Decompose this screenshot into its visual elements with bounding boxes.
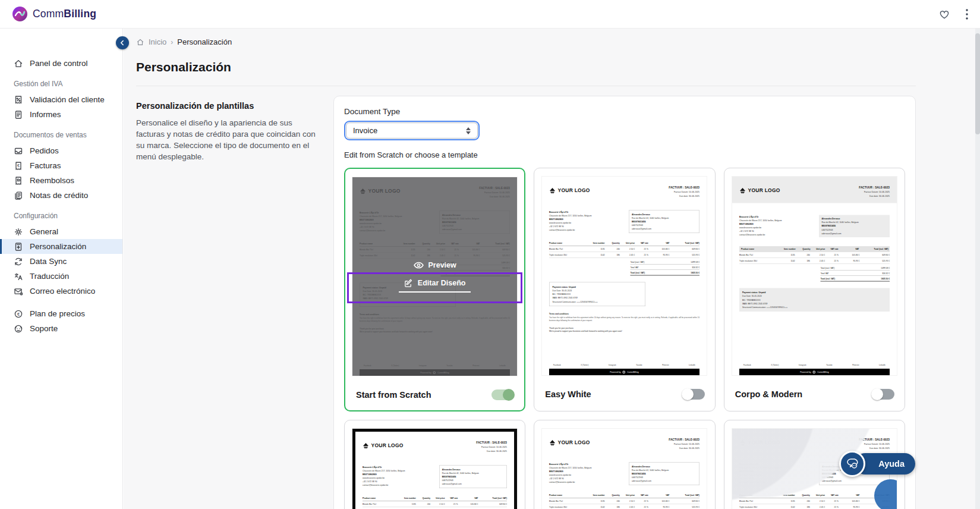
invoice-logo: YOUR LOGO — [549, 439, 590, 446]
invoice-seller-block: Brasserie L'Épi d'Or Chaussée de Wavre 2… — [363, 466, 430, 489]
sidebar-section-label: Gestión del IVA — [14, 80, 122, 88]
sidebar-item-pedidos[interactable]: Pedidos — [0, 143, 122, 158]
template-card-corpo-modern[interactable]: YOUR LOGO FACTUUR : SALE-0023 Factuur Da… — [724, 168, 905, 411]
sidebar-item-informes[interactable]: Informes — [0, 107, 122, 122]
favorites-heart-button[interactable] — [938, 8, 950, 20]
powered-by-bar: Powered by CommBilling — [739, 369, 890, 375]
invoice-parties: Brasserie L'Épi d'Or Chaussée de Wavre 2… — [739, 215, 890, 238]
sidebar-item-reembolsos[interactable]: Reembolsos — [0, 173, 122, 188]
sidebar-item-soporte[interactable]: Soporte — [0, 321, 122, 336]
invoice-date: Factuur Datum: 10-06-2025 — [859, 442, 890, 447]
sidebar-item-label: Data Sync — [30, 257, 67, 266]
template-preview[interactable]: YOUR LOGO FACTUUR : SALE-0023 Factuur Da… — [352, 177, 517, 376]
invoice-preview: YOUR LOGO FACTUUR : SALE-0023 Factuur Da… — [352, 429, 517, 509]
template-toggle[interactable] — [491, 389, 514, 400]
template-card-row2-1[interactable]: YOUR LOGO FACTUUR : SALE-0023 Factuur Da… — [344, 420, 525, 509]
triangle-logo-icon — [739, 187, 746, 194]
invoice-header: YOUR LOGO FACTUUR : SALE-0023 Factuur Da… — [549, 184, 699, 199]
scrollbar-thumb[interactable] — [975, 33, 980, 134]
app-window: CommBilling Panel de controlGestión del … — [0, 0, 980, 509]
template-toggle[interactable] — [872, 389, 894, 400]
receipt-percent-icon — [14, 95, 23, 105]
mail-gear-icon — [14, 287, 23, 296]
invoice-totals: Total (excl. VAT)1499.58 € Total VAT324.… — [631, 259, 699, 276]
kebab-menu-icon — [966, 9, 968, 20]
buyer-email: adervaux@gmail.com — [442, 482, 504, 486]
invoice-number: FACTUUR : SALE-0023 — [669, 184, 700, 190]
templates-grid: YOUR LOGO FACTUUR : SALE-0023 Factuur Da… — [344, 168, 905, 509]
invoice-due-date: Due date: 30-06-2025 — [859, 447, 890, 451]
invoice-header: YOUR LOGO FACTUUR : SALE-0023 Factuur Da… — [549, 436, 699, 451]
template-toggle[interactable] — [682, 389, 705, 400]
sidebar-item-validacion-del-cliente[interactable]: Validación del cliente — [0, 92, 122, 107]
document-icon — [14, 110, 23, 120]
sidebar-item-traduccion[interactable]: Traducción — [0, 269, 122, 284]
invoice-table-row: Blonde Bio 75cl 1135 240 2.10 € 21 % 105… — [739, 498, 890, 504]
sidebar-item-panel-de-control[interactable]: Panel de control — [0, 56, 122, 71]
help-chat-badge[interactable] — [839, 451, 865, 477]
template-card-easy-white[interactable]: YOUR LOGO FACTUUR : SALE-0023 Factuur Da… — [534, 168, 715, 411]
sidebar-item-label: Reembolsos — [30, 176, 74, 185]
template-card-start-from-scratch[interactable]: YOUR LOGO FACTUUR : SALE-0023 Factuur Da… — [344, 168, 525, 411]
sidebar-item-general[interactable]: General — [0, 224, 122, 239]
template-card-row2-2[interactable]: YOUR LOGO FACTUUR : SALE-0023 Factuur Da… — [534, 420, 715, 509]
invoice-date: Factuur Datum: 10-06-2025 — [669, 442, 700, 447]
invoice-due-date: Due date: 30-06-2025 — [669, 194, 700, 199]
template-preview[interactable]: YOUR LOGO FACTUUR : SALE-0023 Factuur Da… — [542, 177, 707, 375]
breadcrumb: Inicio › Personalización — [136, 37, 980, 46]
breadcrumb-home-link[interactable]: Inicio — [149, 37, 166, 46]
invoice-parties: Brasserie L'Épi d'Or Chaussée de Wavre 2… — [363, 466, 507, 489]
template-preview[interactable]: YOUR LOGO FACTUUR : SALE-0023 Factuur Da… — [732, 177, 897, 375]
template-preview[interactable]: YOUR LOGO FACTUUR : SALE-0023 Factuur Da… — [542, 429, 707, 509]
sidebar-item-correo-electronico[interactable]: Correo electrónico — [0, 284, 122, 299]
home-icon — [136, 38, 144, 46]
brand-name: CommBilling — [33, 8, 96, 20]
sidebar-item-facturas[interactable]: €Facturas — [0, 158, 122, 173]
invoice-footer: Facebook X (Twitter) Instagram Youtube P… — [739, 364, 890, 375]
sidebar-item-notas-de-credito[interactable]: Notas de crédito — [0, 188, 122, 203]
svg-text:€: € — [17, 163, 20, 167]
document-type-value: Invoice — [353, 126, 377, 135]
chat-bubbles-icon — [846, 458, 859, 470]
more-options-button[interactable] — [966, 9, 968, 20]
invoice-meta: FACTUUR : SALE-0023 Factuur Datum: 10-06… — [476, 439, 507, 454]
invoice-meta: FACTUUR : SALE-0023 Factuur Datum: 10-06… — [669, 184, 700, 199]
triangle-logo-icon — [549, 439, 556, 446]
invoice-table-row: Blonde Bio 75cl 1135 240 2.10 € 21 % 105… — [549, 498, 699, 504]
gear-icon — [14, 227, 23, 237]
invoice-buyer-block: Alexandra Dervaux Rue du Marché 42, 1040… — [629, 210, 700, 234]
preview-button[interactable]: Preview — [414, 261, 456, 269]
scrollbar-track[interactable] — [975, 29, 980, 509]
invoice-table-row: Blonde Bio 75cl 1135 240 2.10 € 21 % 105… — [549, 246, 699, 252]
invoice-logo-text: YOUR LOGO — [371, 443, 404, 449]
breadcrumb-current: Personalización — [177, 37, 232, 46]
sidebar-collapse-button[interactable] — [116, 36, 129, 49]
invoice-seller-block: Brasserie L'Épi d'Or Chaussée de Wavre 2… — [739, 463, 810, 486]
invoice-due-date: Due date: 30-06-2025 — [669, 447, 700, 451]
chevron-left-icon — [119, 39, 126, 46]
invoice-number: FACTUUR : SALE-0023 — [476, 439, 507, 445]
document-type-select[interactable]: Invoice — [344, 121, 480, 140]
invoice-table: Product name Item number Quantity Unit p… — [363, 497, 507, 509]
invoice-meta: FACTUUR : SALE-0023 Factuur Datum: 10-06… — [669, 436, 700, 451]
invoice-meta: FACTUUR : SALE-0023 Factuur Datum: 10-06… — [859, 436, 890, 451]
edit-pencil-icon — [404, 279, 413, 288]
invoice-logo-text: YOUR LOGO — [558, 188, 590, 194]
sidebar-item-label: Notas de crédito — [30, 191, 88, 200]
invoice-logo: YOUR LOGO — [363, 442, 404, 449]
support-icon — [14, 324, 23, 334]
templates-intro: Personalización de plantillas Personalic… — [136, 96, 322, 163]
template-preview[interactable]: YOUR LOGO FACTUUR : SALE-0023 Factuur Da… — [352, 429, 517, 509]
invoice-logo-text: YOUR LOGO — [748, 440, 780, 446]
invoice-meta: FACTUUR : SALE-0023 Factuur Datum: 10-06… — [859, 184, 890, 199]
sidebar-item-personalizacion[interactable]: Personalización — [0, 239, 122, 254]
breadcrumb-separator: › — [171, 38, 173, 46]
template-title: Start from Scratch — [356, 390, 431, 400]
sidebar-item-plan-de-precios[interactable]: €Plan de precios — [0, 306, 122, 321]
invoice-table-row: Triple insulation 33cl 1142 186 2.45 € 2… — [739, 258, 890, 264]
sidebar-item-label: Personalización — [30, 242, 86, 251]
invoice-logo: YOUR LOGO — [739, 439, 780, 446]
edit-design-button[interactable]: Editar Diseño — [399, 279, 471, 293]
sidebar-item-data-sync[interactable]: Data Sync — [0, 254, 122, 269]
invoice-due-date: Due date: 30-06-2025 — [476, 450, 507, 454]
